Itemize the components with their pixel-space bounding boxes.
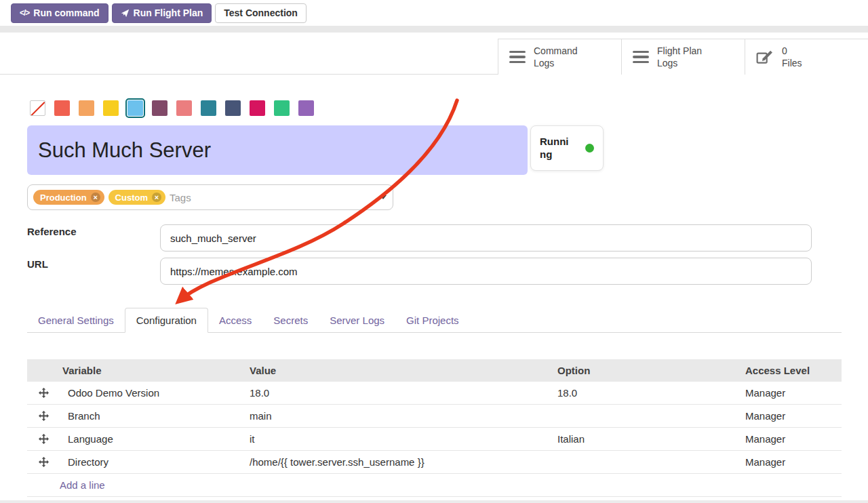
drag-handle-icon[interactable] <box>27 411 60 421</box>
tag-pill-custom[interactable]: Custom × <box>108 190 165 205</box>
tags-field[interactable]: Production × Custom × Tags <box>27 184 393 210</box>
run-flight-plan-label: Run Flight Plan <box>134 7 203 18</box>
cell-access-level[interactable]: Manager <box>743 456 842 468</box>
bottom-separator <box>0 500 868 503</box>
paper-plane-icon <box>121 9 130 18</box>
cell-value[interactable]: main <box>247 410 555 422</box>
chevron-down-icon[interactable] <box>380 195 387 199</box>
edit-pencil-icon <box>756 49 774 65</box>
color-swatch[interactable] <box>274 100 290 116</box>
command-logs-label: Command Logs <box>534 45 578 69</box>
status-badge[interactable]: Running <box>530 125 604 171</box>
tab-configuration[interactable]: Configuration <box>125 308 208 333</box>
table-header: Variable Value Option Access Level <box>27 359 842 382</box>
cell-access-level[interactable]: Manager <box>743 387 842 399</box>
cell-access-level[interactable]: Manager <box>743 433 842 445</box>
color-swatch[interactable] <box>103 100 119 116</box>
top-separator <box>0 26 868 33</box>
stat-button-files[interactable]: 0 Files <box>745 39 868 75</box>
tag-remove-icon[interactable]: × <box>152 193 161 202</box>
color-swatch[interactable] <box>250 100 265 116</box>
drag-handle-icon[interactable] <box>27 434 60 444</box>
run-command-button[interactable]: </> Run command <box>11 3 108 23</box>
cell-value[interactable]: /home/{{ tower.server.ssh_username }} <box>247 456 555 468</box>
tab-git-projects[interactable]: Git Projects <box>395 308 470 332</box>
test-connection-label: Test Connection <box>224 7 298 18</box>
status-dot-icon <box>585 144 594 153</box>
files-count-label: 0 Files <box>782 45 802 69</box>
form-header-band: Command Logs Flight Plan Logs <box>0 33 868 75</box>
url-input[interactable] <box>160 258 812 285</box>
column-header-option: Option <box>555 365 743 376</box>
table-row: Directory /home/{{ tower.server.ssh_user… <box>27 451 842 474</box>
color-swatch-none[interactable] <box>30 100 45 116</box>
color-swatch[interactable] <box>127 100 143 116</box>
color-swatch[interactable] <box>79 100 94 116</box>
cell-variable[interactable]: Branch <box>60 410 247 422</box>
menu-lines-icon <box>633 51 649 64</box>
cell-option[interactable]: 18.0 <box>555 387 743 399</box>
table-row: Language it Italian Manager <box>27 428 842 451</box>
add-line-row: Add a line <box>27 474 842 497</box>
run-flight-plan-button[interactable]: Run Flight Plan <box>112 3 212 23</box>
run-command-label: Run command <box>33 7 99 18</box>
server-title-input[interactable] <box>27 125 528 175</box>
tag-label: Custom <box>115 193 148 203</box>
drag-handle-icon[interactable] <box>27 388 60 398</box>
tab-access[interactable]: Access <box>208 308 262 332</box>
stat-button-command-logs[interactable]: Command Logs <box>498 39 622 75</box>
add-line-link[interactable]: Add a line <box>60 479 105 491</box>
reference-label: Reference <box>27 226 77 237</box>
column-header-value: Value <box>247 365 555 376</box>
tag-remove-icon[interactable]: × <box>91 193 100 202</box>
tab-server-logs[interactable]: Server Logs <box>319 308 395 332</box>
tag-label: Production <box>40 193 87 203</box>
url-label: URL <box>27 258 48 270</box>
cell-variable[interactable]: Directory <box>60 456 247 468</box>
tab-general-settings[interactable]: General Settings <box>27 308 125 332</box>
cell-variable[interactable]: Odoo Demo Version <box>60 387 247 399</box>
color-swatch[interactable] <box>201 100 216 116</box>
color-swatch[interactable] <box>225 100 241 116</box>
notebook-tabs: General Settings Configuration Access Se… <box>27 307 842 333</box>
test-connection-button[interactable]: Test Connection <box>215 3 307 23</box>
tab-secrets[interactable]: Secrets <box>262 308 319 332</box>
stat-button-flight-plan-logs[interactable]: Flight Plan Logs <box>622 39 745 75</box>
table-row: Odoo Demo Version 18.0 18.0 Manager <box>27 382 842 405</box>
column-header-access-level: Access Level <box>743 365 842 376</box>
color-swatch[interactable] <box>298 100 314 116</box>
drag-handle-icon[interactable] <box>27 457 60 467</box>
column-header-variable: Variable <box>60 365 247 376</box>
cell-value[interactable]: it <box>247 433 555 445</box>
tag-pill-production[interactable]: Production × <box>33 190 104 205</box>
code-icon: </> <box>20 8 29 18</box>
flight-plan-logs-label: Flight Plan Logs <box>657 45 702 69</box>
table-row: Branch main Manager <box>27 405 842 428</box>
menu-lines-icon <box>509 51 526 64</box>
action-toolbar: </> Run command Run Flight Plan Test Con… <box>0 0 868 26</box>
tags-placeholder: Tags <box>170 192 191 203</box>
configuration-table: Variable Value Option Access Level Odoo … <box>27 359 842 497</box>
color-picker <box>30 100 314 116</box>
status-label: Running <box>540 136 572 161</box>
reference-input[interactable] <box>160 224 812 252</box>
cell-access-level[interactable]: Manager <box>743 410 842 422</box>
color-swatch[interactable] <box>54 100 70 116</box>
server-form-page: </> Run command Run Flight Plan Test Con… <box>0 0 868 503</box>
cell-variable[interactable]: Language <box>60 433 247 445</box>
cell-option[interactable]: Italian <box>555 433 743 445</box>
color-swatch[interactable] <box>152 100 167 116</box>
stat-button-box: Command Logs Flight Plan Logs <box>498 39 868 75</box>
cell-value[interactable]: 18.0 <box>247 387 555 399</box>
color-swatch[interactable] <box>176 100 192 116</box>
